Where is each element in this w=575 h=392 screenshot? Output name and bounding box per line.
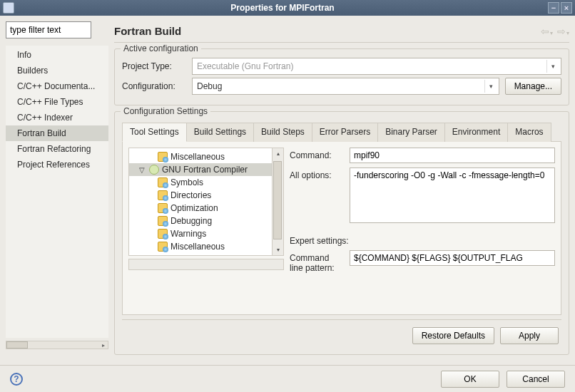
command-line-pattern-input[interactable] [350, 250, 555, 266]
configuration-label: Configuration: [122, 81, 186, 91]
group-title: Configuration Settings [121, 106, 210, 116]
nav-forward-icon[interactable]: ⇨ [557, 26, 569, 37]
tree-hscroll[interactable] [128, 259, 284, 270]
list-item[interactable]: Miscellaneous [129, 240, 272, 253]
folder-icon [158, 203, 168, 213]
gear-icon [149, 165, 159, 175]
scroll-thumb[interactable] [273, 161, 282, 239]
sidebar-item-fortran-refactor[interactable]: Fortran Refactoring [6, 141, 108, 157]
command-label: Command: [290, 148, 345, 160]
tab-error-parsers[interactable]: Error Parsers [312, 123, 378, 142]
command-input[interactable] [350, 148, 555, 163]
sidebar-item-builders[interactable]: Builders [6, 63, 108, 78]
folder-icon [158, 242, 168, 252]
tab-build-settings[interactable]: Build Settings [186, 123, 254, 142]
list-item[interactable]: ▽GNU Fortran Compiler [129, 163, 272, 176]
all-options-label: All options: [290, 167, 345, 180]
property-tree[interactable]: Info Builders C/C++ Documenta... C/C++ F… [6, 46, 108, 338]
tool-settings-page: Miscellaneous ▽GNU Fortran Compiler Symb… [122, 141, 561, 315]
sidebar-item-project-ref[interactable]: Project References [6, 157, 108, 172]
sidebar-hscroll[interactable]: ◂ ▸ [6, 341, 108, 349]
nav-back-icon[interactable]: ⇦ [541, 26, 553, 37]
cancel-button[interactable]: Cancel [507, 371, 565, 388]
list-item[interactable]: Symbols [129, 176, 272, 189]
expert-settings-label: Expert settings: [290, 236, 555, 246]
sidebar: Info Builders C/C++ Documenta... C/C++ F… [0, 16, 108, 365]
scroll-thumb[interactable] [6, 341, 28, 349]
sidebar-item-cdoc[interactable]: C/C++ Documenta... [6, 78, 108, 94]
window-icon [3, 2, 14, 14]
group-title: Active configuration [121, 43, 201, 53]
tab-macros[interactable]: Macros [507, 123, 551, 142]
list-item[interactable]: Warnings [129, 227, 272, 240]
title-bar: Properties for MPIFortran − × [0, 0, 575, 16]
scroll-right-icon[interactable]: ▸ [99, 341, 108, 349]
ok-button[interactable]: OK [441, 371, 499, 388]
main-panel: Fortran Build ⇦ ⇨ Active configuration P… [108, 16, 575, 365]
sidebar-item-cfiletypes[interactable]: C/C++ File Types [6, 94, 108, 110]
chevron-down-icon[interactable]: ▾ [546, 60, 559, 73]
manage-button[interactable]: Manage... [505, 78, 561, 95]
configuration-settings-group: Configuration Settings Tool Settings Bui… [114, 111, 569, 355]
active-configuration-group: Active configuration Project Type: Execu… [114, 48, 569, 105]
list-item[interactable]: Directories [129, 189, 272, 202]
minimize-button[interactable]: − [548, 2, 559, 14]
folder-icon [158, 177, 168, 187]
close-button[interactable]: × [561, 2, 572, 14]
tab-tool-settings[interactable]: Tool Settings [122, 123, 187, 142]
project-type-select[interactable]: Executable (Gnu Fortran) ▾ [192, 58, 561, 75]
project-type-value: Executable (Gnu Fortran) [197, 61, 293, 71]
apply-button[interactable]: Apply [500, 327, 559, 344]
page-title: Fortran Build [114, 25, 181, 37]
window-title: Properties for MPIFortran [19, 3, 546, 13]
folder-icon [158, 190, 168, 200]
filter-input[interactable] [6, 21, 91, 38]
configuration-value: Debug [197, 81, 222, 91]
sidebar-item-cindexer[interactable]: C/C++ Indexer [6, 110, 108, 125]
nav-arrows: ⇦ ⇨ [541, 26, 569, 37]
folder-icon [158, 216, 168, 226]
all-options-textarea[interactable]: -funderscoring -O0 -g -Wall -c -fmessage… [350, 167, 555, 223]
list-item[interactable]: Miscellaneous [129, 150, 272, 163]
tool-tree[interactable]: Miscellaneous ▽GNU Fortran Compiler Symb… [128, 148, 284, 256]
configuration-select[interactable]: Debug ▾ [192, 78, 499, 95]
list-item[interactable]: Optimization [129, 202, 272, 215]
project-type-label: Project Type: [122, 61, 186, 71]
folder-icon [158, 152, 168, 162]
folder-icon [158, 229, 168, 239]
tool-detail-pane: Command: All options: -funderscoring -O0… [290, 148, 555, 309]
tab-environment[interactable]: Environment [444, 123, 508, 142]
tab-build-steps[interactable]: Build Steps [253, 123, 312, 142]
scroll-down-icon[interactable]: ▾ [273, 244, 283, 255]
restore-defaults-button[interactable]: Restore Defaults [412, 327, 494, 344]
list-item[interactable]: Debugging [129, 215, 272, 227]
settings-tabs: Tool Settings Build Settings Build Steps… [122, 122, 561, 141]
help-icon[interactable]: ? [10, 373, 23, 386]
expand-icon[interactable]: ▽ [139, 166, 146, 174]
pattern-label: Command line pattern: [290, 250, 345, 273]
dialog-footer: ? OK Cancel [0, 365, 575, 392]
sidebar-item-info[interactable]: Info [6, 47, 108, 63]
sidebar-item-fortran-build[interactable]: Fortran Build [6, 125, 108, 141]
scroll-up-icon[interactable]: ▴ [273, 148, 283, 159]
tab-binary-parser[interactable]: Binary Parser [377, 123, 445, 142]
tree-vscroll[interactable]: ▴ ▾ [272, 148, 283, 255]
chevron-down-icon[interactable]: ▾ [484, 80, 497, 93]
